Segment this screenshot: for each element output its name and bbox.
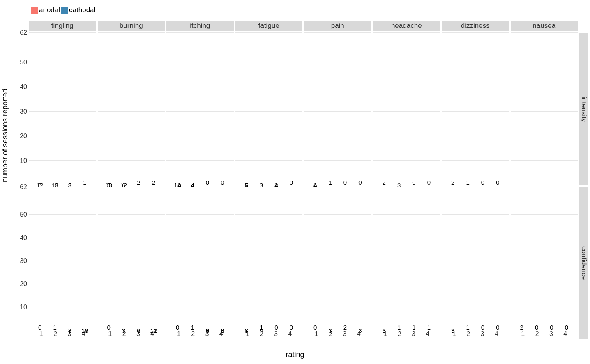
bars-row: 10144400 <box>172 33 228 185</box>
x-tick-label: 3 <box>200 330 214 338</box>
y-tick-label: 50 <box>16 59 27 66</box>
bar-value-label: 1 <box>83 179 86 185</box>
facet-panel: 03231234 <box>304 187 371 340</box>
x-tick-label: 1 <box>309 330 323 338</box>
facet-panel: 31001234 <box>442 187 509 340</box>
x-tick-label: 4 <box>558 330 572 338</box>
col-facet-strip: fatigue <box>235 21 303 31</box>
legend-swatch-anodal <box>31 7 38 14</box>
panel-inner: 018988 <box>166 187 234 331</box>
bar-value-label: 0 <box>313 324 317 330</box>
row-facet-strip: intensity <box>579 33 588 185</box>
facet-panel: 2300 <box>373 33 440 185</box>
bars-row: 46100 <box>309 33 366 185</box>
x-tick-label: 3 <box>338 330 352 338</box>
col-facet-strip: nausea <box>511 21 578 31</box>
bar-value-label: 0 <box>496 324 499 330</box>
bar-value-label: 0 <box>107 324 110 330</box>
x-tick-label: 2 <box>392 330 406 338</box>
x-ticks: 1234 <box>235 330 303 339</box>
bars-row: 53111 <box>378 187 435 331</box>
x-tick-label: 3 <box>475 330 489 338</box>
bar-value-label: 0 <box>550 324 553 330</box>
bars-row: 3100 <box>447 187 503 331</box>
y-tick-label: 30 <box>16 108 27 115</box>
bar-value-label: 2 <box>520 324 523 330</box>
y-tick-label: 20 <box>16 133 27 140</box>
plot-grid: intensity confidence tinglingburningitch… <box>29 21 578 339</box>
bar-value-label: 0 <box>176 324 179 330</box>
x-tick-label: 1 <box>34 330 48 338</box>
y-tick-label: 62 <box>16 183 27 191</box>
panel-inner: 2300 <box>373 33 440 185</box>
legend-label: cathodal <box>69 6 95 14</box>
x-tick-label: 2 <box>117 330 131 338</box>
panel-inner: 1261013351 <box>29 33 96 185</box>
bar-value-label: 2 <box>451 179 454 185</box>
bar-value-label: 0 <box>358 179 362 185</box>
col-facet-strip: burning <box>98 21 165 31</box>
x-tick-label: 4 <box>76 330 90 338</box>
bar-value-label: 0 <box>343 179 347 185</box>
x-axis-label: rating <box>286 350 304 359</box>
x-tick-label: 2 <box>461 330 475 338</box>
y-tick-label: 20 <box>16 280 27 288</box>
x-tick-label: 1 <box>516 330 530 338</box>
x-ticks: 1234 <box>29 330 96 339</box>
bar-value-label: 2 <box>382 179 385 185</box>
bar-value-label: 1 <box>191 324 194 330</box>
x-ticks: 1234 <box>373 330 440 339</box>
bar-value-label: 1 <box>260 324 263 330</box>
x-tick-label: 3 <box>269 330 283 338</box>
legend: anodal cathodal <box>31 6 96 14</box>
panel-inner: 0323 <box>304 187 371 331</box>
x-tick-label: 2 <box>323 330 337 338</box>
bar-value-label: 1 <box>466 324 469 330</box>
facet-panel: 2100 <box>442 33 509 185</box>
bars-row: 673340 <box>241 33 297 185</box>
y-tick-label: 50 <box>16 211 27 218</box>
panel-inner: 2000 <box>511 187 578 331</box>
x-tick-label: 4 <box>214 330 228 338</box>
x-ticks: 1234 <box>304 330 371 339</box>
bar-value-label: 0 <box>535 324 538 330</box>
bar-value-label: 0 <box>427 179 431 185</box>
x-tick-label: 2 <box>48 330 62 338</box>
facet-panel: 531111234 <box>373 187 440 340</box>
bar-value-label: 0 <box>412 179 415 185</box>
panel-inner: 673340 <box>235 33 303 185</box>
col-facet-strip: itching <box>166 21 234 31</box>
legend-label: anodal <box>39 6 60 14</box>
bar-value-label: 0 <box>481 179 484 185</box>
x-tick-label: 2 <box>530 330 544 338</box>
x-ticks: 1234 <box>98 330 165 339</box>
legend-item-anodal: anodal <box>31 6 60 14</box>
row-facet-strip: confidence <box>579 187 588 340</box>
bar-value-label: 0 <box>290 179 293 185</box>
y-axis-label: number of sessions reported <box>1 88 9 182</box>
panel-inner: 2100 <box>442 33 509 185</box>
y-tick-label: 10 <box>16 304 27 311</box>
x-tick-label: 1 <box>447 330 461 338</box>
y-tick-label: 40 <box>16 83 27 91</box>
bar-value-label: 1 <box>397 324 401 330</box>
bar-value-label: 0 <box>206 179 209 185</box>
bars-row: 01871617 <box>34 187 90 331</box>
bars-row: 781400 <box>241 187 297 331</box>
facet-panel: 20001234 <box>511 187 578 340</box>
panel-inner: 46100 <box>304 33 371 185</box>
facet-panel: 0189881234 <box>166 187 234 340</box>
x-ticks: 1234 <box>166 330 234 339</box>
legend-item-cathodal: cathodal <box>61 6 95 14</box>
bar-value-label: 0 <box>290 324 293 330</box>
bar-value-label: 2 <box>152 179 155 185</box>
bar-value-label: 0 <box>481 324 484 330</box>
panel-inner: 10144400 <box>166 33 234 185</box>
bar-value-label: 0 <box>565 324 568 330</box>
x-tick-label: 3 <box>544 330 558 338</box>
facet-panel: 10561222 <box>98 33 165 185</box>
bar-value-label: 0 <box>496 179 499 185</box>
bar-value-label: 1 <box>412 324 415 330</box>
x-tick-label: 2 <box>186 330 200 338</box>
x-tick-label: 4 <box>352 330 366 338</box>
